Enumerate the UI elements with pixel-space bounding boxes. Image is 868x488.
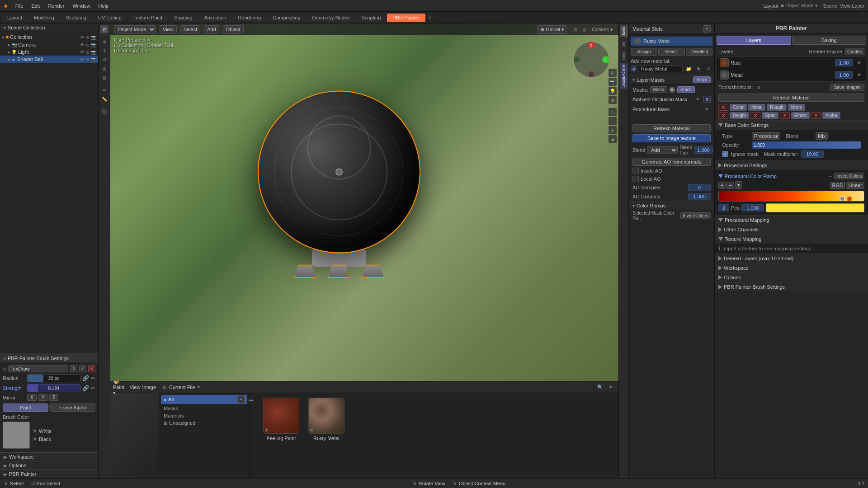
- view-tab-icon[interactable]: View: [620, 50, 628, 62]
- add-material-slot-btn[interactable]: +: [703, 25, 711, 33]
- menu-help[interactable]: Help: [95, 2, 113, 9]
- viewport[interactable]: Object Mode View Select Add Object ⊕ Glo…: [110, 23, 618, 381]
- ramp-add-btn[interactable]: +: [718, 182, 726, 189]
- metal-layer-eye-icon[interactable]: 👁: [855, 71, 863, 79]
- proc-mask-eye-icon[interactable]: 👁: [703, 105, 711, 113]
- stop-color-swatch[interactable]: [766, 203, 864, 212]
- tree-item-shader-ball[interactable]: ● ▲ Shader Ball 👁 ⊙ 📷: [0, 56, 98, 63]
- stop-index-field[interactable]: 2: [718, 204, 729, 211]
- rotate-tool[interactable]: ↺: [100, 56, 108, 64]
- material-slot-rusty-metal[interactable]: Rusty Metal: [631, 37, 712, 46]
- all-category[interactable]: ■ All +: [161, 395, 247, 404]
- strength-lock[interactable]: 🔗: [82, 385, 89, 391]
- channel-x-btn[interactable]: ✕: [718, 104, 728, 111]
- ao-mask-eye-icon[interactable]: 👁: [693, 95, 702, 103]
- refresh-material-pbr-btn[interactable]: Refresh Material: [718, 94, 864, 102]
- proportional-icon[interactable]: ◎: [580, 25, 588, 33]
- wireframe-icon[interactable]: ⬡: [609, 108, 617, 116]
- annotate-tool[interactable]: ✏: [100, 86, 108, 94]
- material-new-btn[interactable]: ✚: [694, 65, 703, 73]
- ao-samples-value[interactable]: 8: [688, 184, 711, 191]
- refresh-material-btn[interactable]: Refresh Material: [632, 124, 711, 132]
- deselect-btn[interactable]: Deselect: [686, 48, 712, 56]
- paint-btn[interactable]: Paint: [3, 404, 48, 412]
- pbr-brush-settings-header[interactable]: PBR Painter Brush Settings: [715, 282, 868, 291]
- other-channels-header[interactable]: Other Channels: [715, 225, 868, 234]
- ramp-arrow-btn[interactable]: ▾: [735, 181, 742, 189]
- gradient-bar[interactable]: [718, 191, 864, 202]
- channel-height-btn[interactable]: Height: [730, 112, 749, 119]
- object-menu[interactable]: Object: [223, 25, 244, 33]
- move-tool[interactable]: ✛: [100, 47, 108, 55]
- blend-select[interactable]: Mix: [816, 132, 828, 140]
- view-menu[interactable]: View: [160, 25, 177, 33]
- color-ramps-header[interactable]: ▾ Color Ramps: [629, 201, 714, 210]
- local-ao-checkbox[interactable]: [632, 176, 639, 182]
- pbr-tab-icon[interactable]: PBR Painter: [620, 63, 628, 89]
- channel-alpha-btn[interactable]: Alpha: [822, 112, 840, 119]
- channel-color-btn[interactable]: Color: [730, 104, 747, 111]
- scale-tool[interactable]: ⊞: [100, 65, 108, 73]
- render-view-icon[interactable]: ◉: [609, 96, 617, 104]
- tab-scripting[interactable]: Scripting: [356, 14, 386, 22]
- unassigned-category[interactable]: ⊞ Unassigned: [161, 419, 247, 427]
- light-view-icon[interactable]: 💡: [609, 87, 617, 95]
- tools-icon[interactable]: ⚙: [755, 83, 763, 91]
- channel-metal-btn[interactable]: Metal: [748, 104, 765, 111]
- invert-colors-btn-ramps[interactable]: Invert Colors: [680, 212, 711, 219]
- rust-layer-eye-icon[interactable]: 👁: [855, 59, 863, 67]
- cursor-tool[interactable]: ⊕: [100, 38, 108, 46]
- asset-filter-icon[interactable]: ▼: [607, 383, 615, 391]
- tab-compositing[interactable]: Compositing: [267, 14, 306, 22]
- blend-fac-value[interactable]: 1.000: [694, 146, 713, 154]
- measure-tool[interactable]: 📏: [100, 95, 108, 103]
- workspace-pbr-header[interactable]: Workspace: [715, 263, 868, 272]
- options-label[interactable]: Options ▾: [592, 27, 615, 33]
- tab-shading[interactable]: Shading: [169, 14, 198, 22]
- texture-mapping-header[interactable]: Texture Mapping: [715, 234, 868, 244]
- tab-rendering[interactable]: Rendering: [232, 14, 266, 22]
- add-workspace-btn[interactable]: +: [428, 14, 432, 21]
- tree-item-light[interactable]: ● 💡 Light 👁 ⊙ 📷: [0, 48, 98, 56]
- tab-uv-editing[interactable]: UV Editing: [93, 14, 127, 22]
- tab-animation[interactable]: Animation: [199, 14, 232, 22]
- select-menu[interactable]: Select: [180, 25, 201, 33]
- save-images-btn[interactable]: Save Images: [830, 84, 864, 91]
- material-close-btn[interactable]: ✕: [704, 65, 712, 73]
- mirror-z[interactable]: Z: [49, 394, 58, 401]
- material-browse-btn[interactable]: 📁: [684, 65, 693, 73]
- tree-item-collection[interactable]: ▾ ■ Collection 👁 ⊙ 📷: [0, 33, 98, 41]
- masks-category[interactable]: Masks: [161, 405, 247, 412]
- tool-check[interactable]: ✓: [79, 365, 86, 372]
- menu-render[interactable]: Render: [44, 2, 68, 9]
- channel-x4-btn[interactable]: ✕: [780, 112, 790, 119]
- invert-colors-proc-btn[interactable]: Invert Colors: [834, 173, 864, 179]
- ignore-mask-checkbox[interactable]: ✓: [722, 151, 728, 157]
- view-label-bottom[interactable]: View: [130, 385, 141, 390]
- rendered-view-icon[interactable]: ◉: [609, 135, 617, 143]
- channel-x2-btn[interactable]: ✕: [718, 112, 728, 119]
- current-file-label[interactable]: Current File: [169, 385, 195, 390]
- transform-tool[interactable]: ⊠: [100, 74, 108, 82]
- ramp-interpolation-select[interactable]: Linear: [846, 182, 864, 189]
- tab-geometry-nodes[interactable]: Geometry Nodes: [307, 14, 355, 22]
- tab-sculpting[interactable]: Sculpting: [61, 14, 92, 22]
- mask-eye-icon[interactable]: 👁: [669, 87, 675, 93]
- gradient-stop-2[interactable]: [847, 197, 852, 201]
- layer-rust[interactable]: Rust 1.00 👁: [717, 57, 866, 69]
- global-transform[interactable]: ⊕ Global ▾: [537, 25, 567, 34]
- gradient-stop-1[interactable]: [840, 197, 844, 201]
- baking-tab[interactable]: Baking: [792, 36, 867, 45]
- tab-modeling[interactable]: Modeling: [28, 14, 60, 22]
- render-engine-select[interactable]: Cycles: [845, 48, 864, 55]
- menu-file[interactable]: File: [12, 2, 27, 9]
- solid-view-icon[interactable]: ⬛: [609, 117, 617, 125]
- tool-tab-icon[interactable]: Tool: [620, 38, 628, 49]
- tree-item-camera[interactable]: ● 📷 Camera 👁 ⊙ 📷: [0, 41, 98, 48]
- opacity-bar[interactable]: 1.000: [752, 141, 861, 149]
- brush-settings-header[interactable]: ▾ PBR Painter Brush Settings: [0, 354, 98, 362]
- add-category-btn[interactable]: +: [237, 396, 245, 403]
- blend-mode-select[interactable]: Add Mix Multiply: [647, 146, 678, 154]
- radius-slider[interactable]: 20 px: [27, 374, 80, 382]
- mirror-y[interactable]: Y: [38, 394, 48, 401]
